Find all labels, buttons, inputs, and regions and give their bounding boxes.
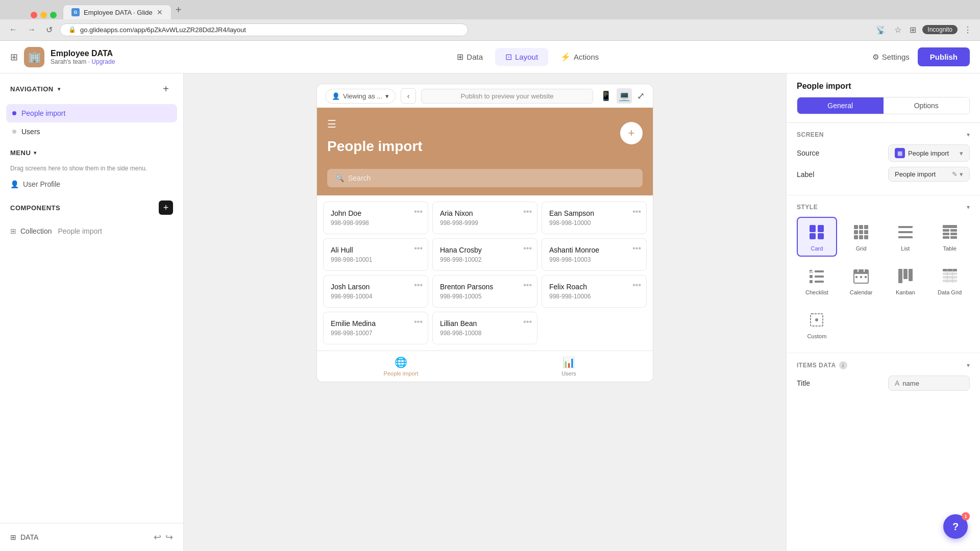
data-grid-style-icon: [940, 266, 960, 286]
card-menu-btn[interactable]: •••: [632, 207, 641, 216]
close-window-btn[interactable]: [31, 12, 37, 18]
cast-icon[interactable]: 📡: [874, 23, 888, 37]
card-menu-btn[interactable]: •••: [632, 281, 641, 290]
app-name: Employee DATA: [51, 49, 115, 58]
svg-rect-34: [860, 276, 862, 278]
undo-btn[interactable]: ↩: [154, 532, 161, 543]
list-item[interactable]: Brenton Parsons 998-998-10005 •••: [432, 275, 537, 308]
help-btn[interactable]: ? 1: [943, 514, 968, 539]
title-value-btn[interactable]: A name: [888, 375, 970, 391]
grid-icon[interactable]: ⊞: [10, 52, 18, 63]
tablet-view-btn[interactable]: 💻: [617, 88, 632, 104]
refresh-btn[interactable]: ↺: [43, 23, 56, 37]
address-bar[interactable]: 🔒 go.glideapps.com/app/6pZkAvWLuzZR28Dd2…: [60, 23, 468, 36]
menu-title[interactable]: MENU ▾: [10, 149, 173, 157]
extension-icon[interactable]: ⊞: [908, 23, 918, 37]
list-item[interactable]: Lillian Bean 998-998-10008 •••: [432, 312, 537, 344]
hamburger-icon[interactable]: ☰: [327, 118, 423, 130]
new-tab-btn[interactable]: +: [172, 4, 186, 16]
nav-tab-data[interactable]: ⊞ Data: [447, 48, 493, 66]
publish-preview-text: Publish to preview your website: [421, 89, 593, 104]
lock-icon: 🔒: [68, 26, 76, 33]
people-import-nav-icon: 🌐: [395, 356, 407, 368]
browser-tab[interactable]: G Employee DATA · Glide ✕: [63, 5, 172, 19]
style-grid-option[interactable]: Grid: [841, 217, 881, 257]
style-data-grid[interactable]: Data Grid: [929, 261, 970, 300]
phone-search-bar[interactable]: 🔍 Search: [327, 169, 643, 187]
list-item[interactable]: Emilie Medina 998-998-10007 •••: [323, 312, 428, 344]
card-menu-btn[interactable]: •••: [414, 317, 423, 327]
svg-rect-37: [903, 269, 908, 279]
source-value-btn[interactable]: ▦ People import ▾: [888, 144, 970, 162]
data-btn[interactable]: ⊞ DATA: [10, 533, 38, 541]
calendar-style-label: Calendar: [850, 289, 873, 295]
help-label: ?: [952, 521, 959, 533]
maximize-window-btn[interactable]: [50, 12, 57, 18]
menu-icon[interactable]: ⋮: [962, 23, 974, 37]
card-menu-btn[interactable]: •••: [523, 207, 532, 216]
grid-style-icon: [851, 222, 871, 242]
minimize-window-btn[interactable]: [40, 12, 47, 18]
user-profile-item[interactable]: 👤 User Profile: [0, 176, 183, 192]
mobile-view-btn[interactable]: 📱: [598, 88, 614, 104]
upgrade-link[interactable]: Upgrade: [91, 58, 115, 65]
redo-btn[interactable]: ↪: [165, 532, 173, 543]
style-list[interactable]: List: [886, 217, 926, 257]
add-nav-btn[interactable]: +: [159, 82, 173, 96]
style-section-header: STYLE ▾: [797, 204, 970, 211]
card-menu-btn[interactable]: •••: [632, 244, 641, 253]
card-menu-btn[interactable]: •••: [523, 244, 532, 253]
list-item[interactable]: John Doe 998-998-9998 •••: [323, 202, 428, 234]
nav-back-canvas-btn[interactable]: ‹: [401, 88, 416, 104]
items-data-section: ITEMS DATA i ▾ Title A name: [787, 353, 980, 399]
add-component-btn[interactable]: +: [159, 201, 173, 215]
style-checklist[interactable]: Checklist: [797, 261, 837, 300]
list-item[interactable]: Ean Sampson 998-998-10000 •••: [542, 202, 647, 234]
list-item[interactable]: Ali Hull 998-998-10001 •••: [323, 238, 428, 271]
title-label: Title: [797, 379, 810, 387]
tab-options[interactable]: Options: [884, 97, 970, 114]
list-item[interactable]: Ashanti Monroe 998-998-10003 •••: [542, 238, 647, 271]
grid-style-label: Grid: [856, 245, 867, 252]
card-menu-btn[interactable]: •••: [414, 281, 423, 290]
style-table[interactable]: Table: [929, 217, 970, 257]
viewing-as-chevron: ▾: [385, 92, 389, 100]
app: ⊞ 🏢 Employee DATA Sarah's team · Upgrade…: [0, 41, 980, 551]
sidebar-item-people-import[interactable]: People import: [6, 104, 177, 122]
nav-tab-layout[interactable]: ⊡ Layout: [495, 48, 548, 66]
tab-close-btn[interactable]: ✕: [157, 8, 163, 16]
style-calendar[interactable]: Calendar: [841, 261, 881, 300]
tab-general[interactable]: General: [797, 97, 884, 114]
list-item[interactable]: Hana Crosby 998-998-10002 •••: [432, 238, 537, 271]
nav-tab-actions[interactable]: ⚡ Actions: [550, 48, 609, 66]
collection-item[interactable]: ⊞ Collection People import: [0, 223, 183, 239]
search-placeholder: Search: [348, 174, 371, 182]
bottom-nav-users[interactable]: 📊 Users: [485, 351, 653, 382]
undo-redo-area: ↩ ↪: [154, 532, 173, 543]
list-item[interactable]: Josh Larson 998-998-10004 •••: [323, 275, 428, 308]
card-menu-btn[interactable]: •••: [523, 317, 532, 327]
style-kanban[interactable]: Kanban: [886, 261, 926, 300]
items-data-chevron: ▾: [967, 362, 970, 369]
style-custom[interactable]: Custom: [797, 305, 837, 344]
settings-btn[interactable]: ⚙ Settings: [872, 53, 910, 62]
back-btn[interactable]: ←: [6, 23, 20, 36]
viewing-as-btn[interactable]: 👤 Viewing as ... ▾: [325, 89, 396, 104]
kanban-style-label: Kanban: [896, 289, 915, 295]
phone-add-btn[interactable]: +: [620, 122, 643, 144]
sidebar-item-users[interactable]: Users: [6, 122, 177, 141]
forward-btn[interactable]: →: [24, 23, 39, 36]
svg-rect-14: [898, 231, 913, 233]
card-menu-btn[interactable]: •••: [414, 207, 423, 216]
bottom-nav-people-import[interactable]: 🌐 People import: [317, 351, 485, 382]
publish-btn[interactable]: Publish: [918, 47, 970, 66]
canvas-area: 👤 Viewing as ... ▾ ‹ Publish to preview …: [184, 73, 786, 551]
bookmark-icon[interactable]: ☆: [892, 23, 903, 37]
style-card[interactable]: Card: [797, 217, 837, 257]
expand-btn[interactable]: ⤢: [637, 90, 645, 102]
card-menu-btn[interactable]: •••: [523, 281, 532, 290]
card-menu-btn[interactable]: •••: [414, 244, 423, 253]
label-value-btn[interactable]: People import ✎ ▾: [888, 167, 970, 182]
list-item[interactable]: Felix Roach 998-998-10006 •••: [542, 275, 647, 308]
list-item[interactable]: Aria Nixon 998-998-9999 •••: [432, 202, 537, 234]
